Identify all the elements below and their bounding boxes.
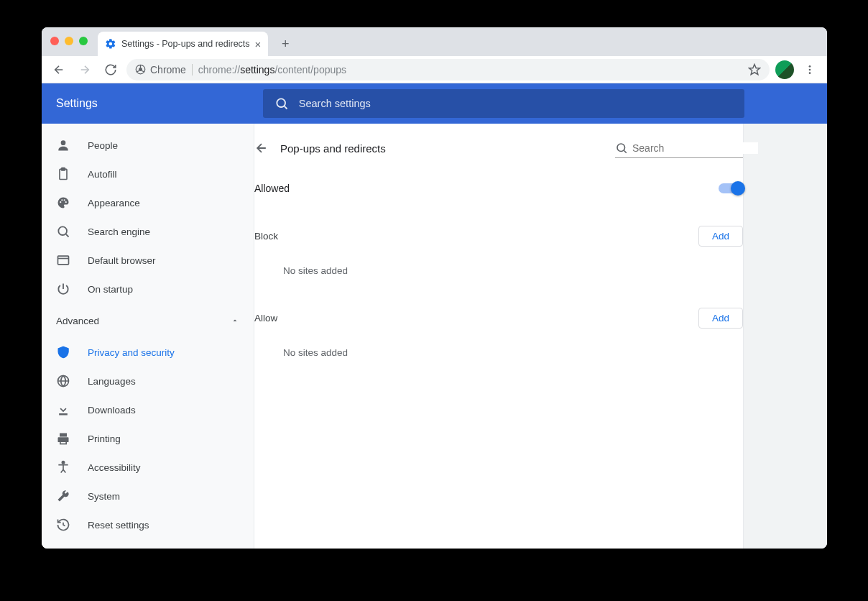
window-close-button[interactable] [50,37,59,45]
svg-point-10 [60,201,61,203]
page-header: Pop-ups and redirects [254,134,743,162]
restore-icon [56,518,70,532]
globe-icon [56,374,70,388]
sidebar-item-privacy-security[interactable]: Privacy and security [42,338,254,367]
window-zoom-button[interactable] [79,37,88,45]
allowed-label: Allowed [254,183,290,194]
allowed-toggle[interactable] [719,183,743,193]
accessibility-icon [56,460,70,474]
browser-toolbar: Chrome chrome://settings/content/popups [42,56,827,83]
tab-title: Settings - Pop-ups and redirects [121,39,250,49]
allow-empty-text: No sites added [283,347,743,358]
person-icon [56,138,70,152]
sidebar-item-autofill[interactable]: Autofill [42,160,254,188]
browser-icon [56,253,70,267]
settings-search-input[interactable] [299,98,733,109]
sidebar-group-label: Advanced [56,316,99,326]
chip-separator [192,64,193,75]
chevron-up-icon [231,316,239,325]
sidebar-item-languages[interactable]: Languages [42,367,254,395]
chip-label: Chrome [150,64,186,75]
search-icon [615,142,628,155]
page-search[interactable] [615,138,743,158]
allow-section: AllowAdd No sites added [254,308,743,358]
profile-avatar[interactable] [775,60,794,79]
address-bar[interactable]: Chrome chrome://settings/content/popups [126,59,770,81]
sidebar-group-advanced[interactable]: Advanced [42,303,254,338]
svg-rect-15 [58,256,69,265]
new-tab-button[interactable]: + [275,34,295,54]
sidebar-item-label: Downloads [88,405,136,416]
svg-point-1 [139,68,142,71]
settings-search-bar[interactable] [263,89,744,118]
svg-point-14 [58,226,67,235]
sidebar-item-label: Privacy and security [88,347,175,358]
block-section: BlockAdd No sites added [254,226,743,276]
settings-body: People Autofill Appearance Search engine… [42,124,827,549]
shield-icon [56,345,70,359]
settings-header: Settings [42,83,827,124]
allow-section-head: AllowAdd [254,308,743,329]
sidebar-item-label: On startup [88,284,133,295]
svg-rect-9 [62,168,65,170]
browser-tab[interactable]: Settings - Pop-ups and redirects × [98,32,268,56]
printer-icon [56,431,70,446]
search-icon [274,96,289,111]
sidebar-item-appearance[interactable]: Appearance [42,188,254,217]
window-minimize-button[interactable] [65,37,73,45]
sidebar-item-label: People [88,140,118,151]
sidebar-item-reset-settings[interactable]: Reset settings [42,510,254,539]
svg-point-4 [809,68,811,70]
forward-button[interactable] [75,60,95,80]
sidebar-item-label: Printing [88,433,121,444]
sidebar-item-people[interactable]: People [42,131,254,160]
sidebar-item-on-startup[interactable]: On startup [42,275,254,303]
sidebar-item-printing[interactable]: Printing [42,424,254,453]
power-icon [56,282,70,296]
traffic-lights [50,37,88,45]
bookmark-star-icon[interactable] [748,63,761,76]
sidebar-item-accessibility[interactable]: Accessibility [42,453,254,482]
sidebar-item-label: Reset settings [88,520,149,531]
tab-strip: Settings - Pop-ups and redirects × + [42,27,827,56]
svg-rect-17 [59,413,68,416]
block-section-head: BlockAdd [254,226,743,247]
sidebar-item-label: Default browser [88,255,156,266]
block-add-button[interactable]: Add [698,226,743,247]
svg-marker-2 [749,64,760,74]
browser-window: Settings - Pop-ups and redirects × + Chr… [42,27,827,549]
sidebar-item-downloads[interactable]: Downloads [42,395,254,424]
sidebar-item-system[interactable]: System [42,482,254,510]
tab-close-icon[interactable]: × [255,39,262,50]
toggle-knob [731,181,745,196]
block-empty-text: No sites added [283,265,743,276]
settings-main: Pop-ups and redirects Allowed BlockAdd N… [254,124,743,549]
allow-add-button[interactable]: Add [698,308,743,329]
svg-point-19 [62,462,64,464]
svg-point-5 [809,72,811,74]
app-title: Settings [56,97,98,110]
back-button[interactable] [49,60,69,80]
wrench-icon [56,489,70,503]
page-title: Pop-ups and redirects [280,142,386,155]
page-search-input[interactable] [632,142,758,154]
chrome-icon [135,64,146,75]
sidebar-item-search-engine[interactable]: Search engine [42,217,254,246]
svg-point-13 [65,201,67,203]
right-gutter [743,124,827,549]
svg-point-12 [64,199,65,201]
svg-point-7 [61,140,66,145]
page-back-button[interactable] [254,141,277,155]
sidebar-item-label: Accessibility [88,462,141,473]
sidebar-item-label: Autofill [88,169,117,180]
sidebar-item-default-browser[interactable]: Default browser [42,246,254,275]
svg-point-3 [809,65,811,68]
browser-menu-button[interactable] [800,64,820,75]
settings-gear-icon [105,38,116,50]
svg-point-6 [277,98,285,107]
sidebar-item-label: System [88,491,120,502]
reload-button[interactable] [101,60,121,80]
svg-point-11 [61,199,63,201]
url-text: chrome://settings/content/popups [198,64,346,75]
search-icon [56,224,70,239]
